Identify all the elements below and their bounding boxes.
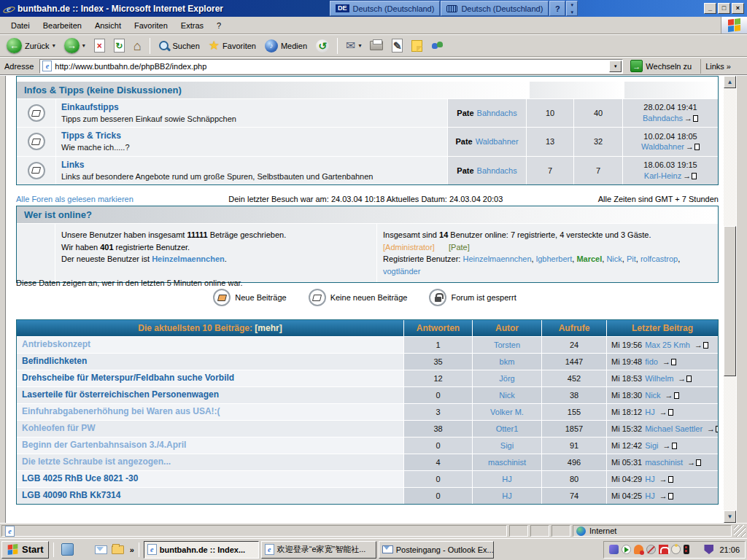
topic-title-link[interactable]: LGB 4025 RhB Uce 8021 -30 [22, 473, 138, 483]
online-user-link[interactable]: Marcel [576, 254, 602, 263]
forum-name-link[interactable]: Einkaufstipps [61, 102, 442, 112]
goto-last-post-icon[interactable]: → [694, 341, 708, 349]
keyboard-layout-chip[interactable]: Deutsch (Deutschland) [441, 1, 549, 16]
activity-tray-icon[interactable] [622, 545, 631, 554]
author-link[interactable]: Otter1 [496, 424, 519, 433]
goto-last-post-icon[interactable]: → [687, 459, 701, 467]
online-user-link[interactable]: lgbherbert [536, 254, 573, 263]
messenger-tray-icon[interactable] [609, 545, 619, 554]
task-button[interactable]: e buntbahn.de :: Index... [144, 541, 259, 559]
back-dropdown-icon[interactable]: ▾ [53, 42, 55, 49]
mark-read-link[interactable]: Alle Foren als gelesen markieren [16, 195, 133, 203]
last-poster-link[interactable]: Nick [645, 391, 660, 400]
goto-last-post-icon[interactable]: → [683, 172, 697, 180]
author-link[interactable]: HJ [502, 491, 511, 500]
topic-title-link[interactable]: Antriebskonzept [22, 339, 90, 349]
address-url[interactable]: http://www.buntbahn.de/phpBB2/index.php [55, 62, 606, 71]
menu-item[interactable]: Ansicht [88, 18, 128, 33]
online-user-link[interactable]: vogtländer [383, 267, 420, 276]
close-button[interactable]: × [732, 3, 744, 14]
online-user-link[interactable]: Heinzelmaennchen [462, 254, 531, 263]
moderator-link[interactable]: Bahndachs [477, 109, 517, 117]
online-user-link[interactable]: rolfcastrop [640, 254, 678, 263]
goto-last-post-icon[interactable]: → [684, 114, 698, 122]
moderator-link[interactable]: Bahndachs [477, 166, 517, 175]
last-poster-link[interactable]: Wilhelm [645, 374, 673, 383]
goto-last-post-icon[interactable]: → [659, 475, 673, 483]
author-link[interactable]: maschinist [488, 458, 526, 467]
last-post-user-link[interactable]: Waldbahner [641, 141, 684, 152]
last-poster-link[interactable]: Michael Saettler [645, 424, 703, 433]
refresh-button[interactable]: ↻ [110, 36, 128, 55]
author-link[interactable]: Volker M. [490, 408, 524, 416]
address-input[interactable]: e http://www.buntbahn.de/phpBB2/index.ph… [39, 59, 623, 74]
last-poster-link[interactable]: maschinist [645, 458, 683, 467]
topic-title-link[interactable]: Laserteile für österreichischen Personen… [22, 389, 219, 400]
menu-item[interactable]: Extras [174, 18, 210, 33]
menu-item[interactable]: ? [210, 18, 228, 33]
messenger-button[interactable] [427, 36, 448, 55]
print-button[interactable] [366, 36, 387, 55]
maximize-button[interactable]: □ [718, 3, 730, 14]
discuss-button[interactable] [408, 36, 426, 55]
antivirus-tray-icon[interactable] [659, 545, 668, 554]
online-user-link[interactable]: Pit [627, 254, 636, 263]
resize-grip[interactable] [734, 525, 746, 537]
author-link[interactable]: Sigi [500, 441, 514, 450]
mail-button[interactable]: ✉ ▾ [342, 36, 365, 55]
topic-title-link[interactable]: Drehscheibe für Meterspur/Feldbahn suche… [22, 373, 234, 383]
menu-item[interactable]: Datei [4, 18, 36, 33]
goto-last-post-icon[interactable]: → [686, 143, 700, 151]
search-button[interactable]: Suchen [155, 36, 204, 55]
goto-last-post-icon[interactable]: → [662, 358, 676, 366]
task-button[interactable]: e Posteingang - Outlook Ex... [379, 541, 494, 559]
folder-icon[interactable] [112, 545, 124, 554]
menu-item[interactable]: Bearbeiten [36, 18, 88, 33]
mouse-settings-tray-icon[interactable] [671, 545, 681, 554]
topic-title-link[interactable]: Befindlichketen [22, 356, 87, 366]
history-button[interactable]: ↺ [312, 36, 333, 55]
author-link[interactable]: HJ [502, 475, 511, 483]
newest-user-link[interactable]: Heinzelmaennchen [152, 254, 225, 263]
links-toolbar[interactable]: Links » [700, 59, 735, 74]
battery-tray-icon[interactable] [684, 545, 689, 554]
who-is-online-title[interactable]: Wer ist online? [17, 206, 718, 223]
goto-last-post-icon[interactable]: → [665, 392, 679, 400]
ie-icon[interactable] [78, 543, 90, 556]
topic-title-link[interactable]: LGB 40090 RhB Kk7314 [22, 490, 120, 500]
category-title[interactable]: Infos & Tipps (keine Diskussionen) [17, 82, 529, 98]
forum-name-link[interactable]: Tipps & Tricks [61, 131, 442, 141]
scroll-up-button[interactable]: ▲ [724, 76, 736, 88]
no-connection-tray-icon[interactable] [646, 545, 656, 554]
vertical-scrollbar[interactable]: ▲ ▼ [724, 76, 736, 523]
more-link[interactable]: [mehr] [255, 323, 282, 333]
goto-last-post-icon[interactable]: → [707, 425, 718, 433]
address-dropdown-button[interactable]: ▾ [609, 61, 622, 72]
back-button[interactable]: ← Zurück ▾ [3, 36, 59, 55]
favorites-button[interactable]: ★ Favoriten [205, 36, 260, 55]
language-bar-help-button[interactable]: ? [549, 1, 565, 16]
topic-title-link[interactable]: Die letzte Schraube ist angezogen... [22, 456, 171, 467]
author-link[interactable]: Jörg [499, 374, 514, 383]
quick-launch-overflow-chevron[interactable]: » [130, 545, 134, 554]
volume-shield-tray-icon[interactable] [704, 545, 713, 554]
author-link[interactable]: Torsten [494, 341, 520, 349]
mail-dropdown-icon[interactable]: ▾ [358, 42, 361, 49]
moderator-link[interactable]: Waldbahner [476, 137, 519, 146]
last-poster-link[interactable]: HJ [645, 408, 654, 416]
forward-dropdown-icon[interactable]: ▾ [82, 42, 85, 49]
menu-item[interactable]: Favoriten [128, 18, 174, 33]
home-button[interactable]: ⌂ [130, 36, 145, 55]
topic-title-link[interactable]: Einfuhrabgabenerhöhung bei Waren aus USA… [22, 406, 220, 416]
minimize-button[interactable]: _ [704, 3, 716, 14]
start-button[interactable]: Start [1, 541, 49, 559]
online-user-link[interactable]: Nick [606, 254, 622, 263]
goto-last-post-icon[interactable]: → [659, 492, 673, 500]
task-button[interactable]: e 欢迎登录“e家宽”智能社... [261, 541, 376, 559]
last-post-user-link[interactable]: Karl-Heinz [644, 171, 681, 182]
goto-last-post-icon[interactable]: → [663, 442, 677, 450]
author-link[interactable]: bkm [500, 357, 515, 366]
language-bar-options-button[interactable]: ▾ ▾ [566, 1, 578, 16]
go-button[interactable]: → Wechseln zu [627, 58, 695, 74]
edit-button[interactable]: ✎ [388, 36, 406, 55]
